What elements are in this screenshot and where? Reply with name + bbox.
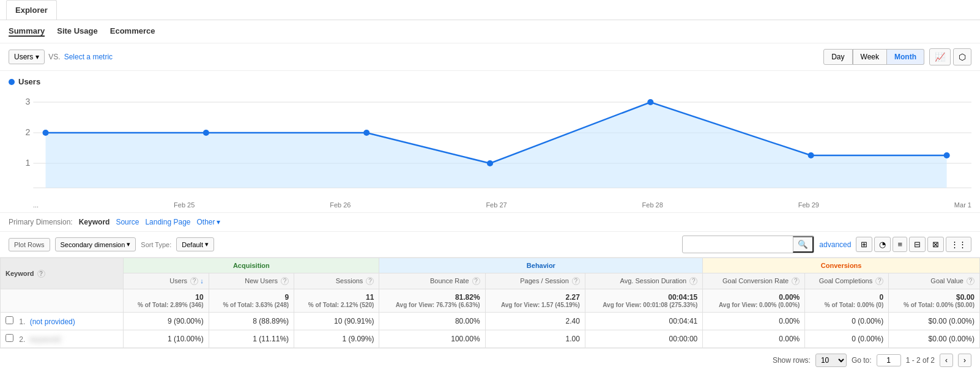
sessions-col-header: Sessions ? bbox=[294, 273, 379, 289]
row2-goal-completions: 0 (0.00%) bbox=[805, 330, 889, 348]
dim-landing-page[interactable]: Landing Page bbox=[145, 218, 190, 226]
svg-point-8 bbox=[42, 130, 48, 136]
keyword-help-icon[interactable]: ? bbox=[37, 270, 45, 278]
total-avg-session-cell: 00:04:15 Avg for View: 00:01:08 (275.33%… bbox=[585, 289, 702, 313]
svg-point-14 bbox=[944, 152, 950, 158]
sort-type-label: Sort Type: bbox=[141, 241, 171, 248]
goal-completions-help-icon[interactable]: ? bbox=[875, 277, 883, 285]
row1-goal-completions: 0 (0.00%) bbox=[805, 313, 889, 330]
controls-row: Users ▾ VS. Select a metric Day Week Mon… bbox=[0, 43, 980, 71]
total-new-users-cell: 9 % of Total: 3.63% (248) bbox=[209, 289, 294, 313]
bounce-rate-help-icon[interactable]: ? bbox=[472, 277, 480, 285]
x-label-5: Feb 29 bbox=[798, 201, 819, 209]
prev-page-btn[interactable]: ‹ bbox=[940, 354, 953, 367]
primary-dim-label: Primary Dimension: bbox=[9, 218, 73, 226]
dim-source[interactable]: Source bbox=[116, 218, 139, 226]
period-week[interactable]: Week bbox=[853, 49, 887, 65]
row2-goal-value: $0.00 (0.00%) bbox=[889, 330, 980, 348]
row1-keyword-cell: 1. (not provided) bbox=[1, 313, 124, 330]
advanced-link[interactable]: advanced bbox=[819, 240, 851, 249]
total-row: 10 % of Total: 2.89% (346) 9 % of Total:… bbox=[1, 289, 980, 313]
subnav-summary[interactable]: Summary bbox=[9, 26, 45, 37]
goal-conv-help-icon[interactable]: ? bbox=[792, 277, 800, 285]
grid-view-btn[interactable]: ⊞ bbox=[856, 237, 872, 252]
select-metric[interactable]: Select a metric bbox=[64, 53, 113, 61]
column-header-row: Users ? ↓ New Users ? Sessions ? Bounce … bbox=[1, 273, 980, 289]
row1-goal-value: $0.00 (0.00%) bbox=[889, 313, 980, 330]
sort-default-button[interactable]: Default ▾ bbox=[176, 237, 214, 251]
goal-value-col-header: Goal Value ? bbox=[889, 273, 980, 289]
row2-checkbox[interactable] bbox=[6, 334, 13, 342]
plot-rows-button[interactable]: Plot Rows bbox=[9, 238, 50, 251]
other-arrow-icon: ▾ bbox=[217, 218, 220, 226]
sub-nav: Summary Site Usage Ecommerce bbox=[0, 20, 980, 43]
x-label-6: Mar 1 bbox=[954, 201, 971, 209]
pages-session-col-header: Pages / Session ? bbox=[485, 273, 585, 289]
pie-chart-btn[interactable]: ⬡ bbox=[953, 48, 971, 65]
row1-keyword-link[interactable]: (not provided) bbox=[30, 317, 75, 326]
custom-view-btn[interactable]: ⋮⋮ bbox=[946, 237, 971, 252]
metric-label: Users bbox=[14, 53, 33, 61]
total-sessions-cell: 11 % of Total: 2.12% (520) bbox=[294, 289, 379, 313]
goal-value-help-icon[interactable]: ? bbox=[967, 277, 974, 285]
show-rows-select[interactable]: 10 25 50 100 bbox=[815, 354, 847, 367]
table-container: Keyword ? Acquisition Behavior Conversio… bbox=[0, 258, 980, 348]
row2-pages-session: 1.00 bbox=[485, 330, 585, 348]
sessions-help-icon[interactable]: ? bbox=[366, 277, 374, 285]
pie-view-btn[interactable]: ◔ bbox=[874, 237, 891, 252]
row2-users: 1 (10.00%) bbox=[124, 330, 209, 348]
conversions-group-header: Conversions bbox=[703, 258, 980, 273]
x-label-2: Feb 26 bbox=[330, 201, 351, 209]
avg-session-help-icon[interactable]: ? bbox=[689, 277, 697, 285]
x-label-1: Feb 25 bbox=[174, 201, 195, 209]
new-users-help-icon[interactable]: ? bbox=[281, 277, 289, 285]
x-label-4: Feb 28 bbox=[642, 201, 663, 209]
row1-pages-session: 2.40 bbox=[485, 313, 585, 330]
secondary-dim-button[interactable]: Secondary dimension ▾ bbox=[55, 237, 136, 251]
total-goal-conv-rate-cell: 0.00% Avg for View: 0.00% (0.00%) bbox=[703, 289, 805, 313]
line-chart-btn[interactable]: 📈 bbox=[929, 48, 951, 65]
dim-other[interactable]: Other ▾ bbox=[197, 218, 220, 226]
chart-svg: 3 2 1 bbox=[9, 90, 971, 200]
dropdown-arrow-icon: ▾ bbox=[35, 53, 39, 61]
subnav-site-usage[interactable]: Site Usage bbox=[57, 26, 97, 37]
goto-input[interactable] bbox=[877, 354, 901, 366]
svg-point-12 bbox=[647, 99, 653, 105]
next-page-btn[interactable]: › bbox=[958, 354, 971, 367]
dim-keyword[interactable]: Keyword bbox=[79, 218, 110, 226]
tab-explorer[interactable]: Explorer bbox=[6, 0, 57, 20]
users-help-icon[interactable]: ? bbox=[190, 277, 198, 285]
subnav-ecommerce[interactable]: Ecommerce bbox=[110, 26, 155, 37]
total-goal-value-cell: $0.00 % of Total: 0.00% ($0.00) bbox=[889, 289, 980, 313]
goto-label: Go to: bbox=[852, 356, 872, 365]
row1-users: 9 (90.00%) bbox=[124, 313, 209, 330]
svg-point-10 bbox=[363, 130, 369, 136]
row2-goal-conv-rate: 0.00% bbox=[703, 330, 805, 348]
search-button[interactable]: 🔍 bbox=[793, 236, 814, 253]
pivot-view-btn[interactable]: ⊟ bbox=[909, 237, 926, 252]
row1-checkbox[interactable] bbox=[6, 316, 13, 324]
row2-bounce-rate: 100.00% bbox=[379, 330, 485, 348]
row2-keyword-cell: 2. keyword2 bbox=[1, 330, 124, 348]
pages-session-help-icon[interactable]: ? bbox=[572, 277, 580, 285]
goal-conv-rate-col-header: Goal Conversion Rate ? bbox=[703, 273, 805, 289]
period-day[interactable]: Day bbox=[823, 49, 852, 65]
table-row: 1. (not provided) 9 (90.00%) 8 (88.89%) … bbox=[1, 313, 980, 330]
chart-area: Users 3 2 1 ... F bbox=[0, 71, 980, 212]
metric-dropdown[interactable]: Users ▾ bbox=[9, 50, 45, 64]
chart-container: 3 2 1 bbox=[9, 90, 971, 200]
group-header-row: Keyword ? Acquisition Behavior Conversio… bbox=[1, 258, 980, 273]
row1-bounce-rate: 80.00% bbox=[379, 313, 485, 330]
row1-goal-conv-rate: 0.00% bbox=[703, 313, 805, 330]
x-axis-labels: ... Feb 25 Feb 26 Feb 27 Feb 28 Feb 29 M… bbox=[9, 200, 971, 212]
show-rows-label: Show rows: bbox=[773, 356, 811, 365]
total-bounce-rate-cell: 81.82% Avg for View: 76.73% (6.63%) bbox=[379, 289, 485, 313]
svg-text:2: 2 bbox=[25, 127, 30, 137]
acquisition-group-header: Acquisition bbox=[124, 258, 379, 273]
total-pages-session-cell: 2.27 Avg for View: 1.57 (45.19%) bbox=[485, 289, 585, 313]
search-input[interactable] bbox=[683, 238, 793, 251]
list-view-btn[interactable]: ≡ bbox=[893, 237, 907, 252]
period-month[interactable]: Month bbox=[887, 49, 924, 65]
svg-point-9 bbox=[203, 130, 209, 136]
compare-view-btn[interactable]: ⊠ bbox=[927, 237, 944, 252]
